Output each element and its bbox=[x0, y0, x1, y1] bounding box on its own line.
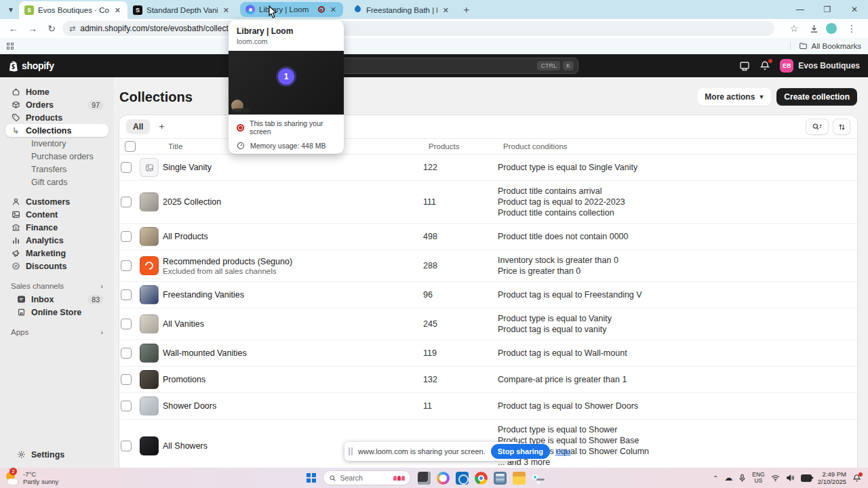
apps-grid-icon[interactable] bbox=[7, 43, 14, 49]
minimize-button[interactable]: — bbox=[787, 5, 814, 14]
chrome-app-icon[interactable] bbox=[475, 472, 488, 485]
sidebar-item-finance[interactable]: Finance bbox=[5, 221, 108, 234]
close-tab-icon[interactable]: ✕ bbox=[113, 6, 122, 15]
collection-title-cell[interactable]: Shower Doors bbox=[163, 401, 423, 411]
more-actions-button[interactable]: More actions ▼ bbox=[698, 88, 771, 106]
reload-icon[interactable]: ↻ bbox=[43, 23, 60, 34]
table-row[interactable]: Recommended products (Seguno) Excluded f… bbox=[119, 250, 857, 282]
tray-expand-icon[interactable]: ⌃ bbox=[713, 474, 718, 482]
table-row[interactable]: All Products 498 Product title does not … bbox=[119, 224, 857, 250]
desktops-app-icon[interactable] bbox=[418, 472, 431, 485]
collection-title-cell[interactable]: Promotions bbox=[163, 375, 423, 384]
row-checkbox[interactable] bbox=[121, 441, 132, 451]
wifi-icon[interactable] bbox=[771, 474, 780, 482]
collection-title-cell[interactable]: Wall-mounted Vanities bbox=[163, 348, 423, 358]
sidebar-item-marketing[interactable]: Marketing bbox=[5, 247, 108, 260]
sidebar-item-products[interactable]: Products bbox=[5, 111, 108, 124]
sidebar-item-collections[interactable]: ↳Collections bbox=[5, 124, 108, 137]
tab-freestanding-bath[interactable]: Freestanding Bath | bathroom, ✕ bbox=[347, 2, 456, 18]
notifications-bell-icon[interactable] bbox=[760, 60, 770, 71]
sidebar-item-purchase-orders[interactable]: Purchase orders bbox=[5, 150, 108, 163]
profile-avatar[interactable] bbox=[826, 23, 837, 34]
screen-record-indicator-icon[interactable] bbox=[801, 474, 812, 482]
browser-menu-icon[interactable]: ⋮ bbox=[844, 23, 860, 34]
sidebar-item-home[interactable]: Home bbox=[5, 85, 108, 98]
copilot-app-icon[interactable] bbox=[437, 472, 450, 485]
sidebar-item-customers[interactable]: Customers bbox=[5, 195, 108, 208]
shopify-logo[interactable]: shopify bbox=[8, 60, 54, 72]
store-preview-icon[interactable] bbox=[739, 60, 750, 71]
table-row[interactable]: 2025 Collection 111 Product title contai… bbox=[119, 181, 857, 224]
table-row[interactable]: Single Vanity 122 Product type is equal … bbox=[119, 155, 857, 181]
row-checkbox[interactable] bbox=[121, 401, 132, 411]
sidebar-item-analytics[interactable]: Analytics bbox=[5, 234, 108, 247]
collection-title-cell[interactable]: Recommended products (Seguno) Excluded f… bbox=[163, 257, 423, 275]
collection-title-cell[interactable]: All Products bbox=[163, 232, 423, 241]
tab-standard-depth-vanities[interactable]: Standard Depth Vanities - Stone ✕ bbox=[127, 2, 236, 18]
drag-handle[interactable] bbox=[349, 447, 353, 455]
table-row[interactable]: Freestanding Vanities 96 Product tag is … bbox=[119, 282, 857, 308]
close-tab-icon[interactable]: ✕ bbox=[222, 6, 231, 15]
apps-header[interactable]: Apps › bbox=[11, 328, 103, 336]
onedrive-cloud-icon[interactable]: ☁ bbox=[724, 473, 732, 483]
speaker-icon[interactable] bbox=[786, 474, 795, 482]
row-checkbox[interactable] bbox=[121, 374, 132, 385]
tab-all[interactable]: All bbox=[126, 119, 150, 134]
chrome-loom-active-app[interactable] bbox=[532, 476, 536, 479]
sidebar-item-online-store[interactable]: Online Store bbox=[5, 306, 108, 319]
row-checkbox[interactable] bbox=[121, 289, 132, 300]
row-checkbox[interactable] bbox=[121, 348, 132, 359]
outlook-app-icon[interactable] bbox=[456, 472, 469, 485]
table-row[interactable]: Wall-mounted Vanities 119 Product tag is… bbox=[119, 340, 857, 367]
row-checkbox[interactable] bbox=[121, 197, 132, 207]
taskbar-search[interactable]: Search bbox=[323, 470, 411, 485]
sidebar-item-gift-cards[interactable]: Gift cards bbox=[5, 176, 108, 188]
sidebar-item-discounts[interactable]: Discounts bbox=[5, 260, 108, 272]
all-bookmarks[interactable]: All Bookmarks bbox=[790, 41, 862, 50]
collection-title-cell[interactable]: Freestanding Vanities bbox=[163, 290, 423, 300]
hide-link[interactable]: Hide bbox=[555, 447, 571, 455]
close-tab-icon[interactable]: ✕ bbox=[441, 6, 450, 15]
sidebar-item-inbox[interactable]: Inbox83 bbox=[5, 293, 108, 306]
close-tab-icon[interactable]: ✕ bbox=[329, 5, 338, 14]
file-explorer-app-icon[interactable] bbox=[513, 472, 526, 485]
download-icon[interactable] bbox=[809, 24, 819, 34]
forward-icon[interactable]: → bbox=[24, 23, 41, 34]
stop-sharing-button[interactable]: Stop sharing bbox=[491, 444, 550, 459]
sort-button[interactable] bbox=[833, 119, 850, 135]
tray-notifications-bell-icon[interactable] bbox=[852, 474, 861, 483]
sidebar-item-settings[interactable]: Settings bbox=[11, 448, 103, 461]
table-row[interactable]: Promotions 132 Compare-at price is great… bbox=[119, 367, 857, 393]
tab-library-loom[interactable]: Library | Loom ✕ bbox=[240, 2, 343, 17]
new-tab-button[interactable]: ＋ bbox=[461, 3, 471, 16]
collection-title-cell[interactable]: All Vanities bbox=[163, 319, 423, 329]
sidebar-item-inventory[interactable]: Inventory bbox=[5, 137, 108, 150]
row-checkbox[interactable] bbox=[121, 231, 132, 242]
search-filter-button[interactable] bbox=[806, 119, 829, 135]
clock[interactable]: 2:49 PM 2/10/2025 bbox=[818, 470, 846, 485]
row-checkbox[interactable] bbox=[121, 260, 132, 271]
sidebar-item-content[interactable]: Content bbox=[5, 208, 108, 221]
collection-title-cell[interactable]: 2025 Collection bbox=[163, 197, 423, 207]
add-view-button[interactable]: ＋ bbox=[154, 121, 169, 133]
row-checkbox[interactable] bbox=[121, 162, 132, 173]
table-row[interactable]: All Vanities 245 Product type is equal t… bbox=[119, 308, 857, 340]
close-window-button[interactable]: ✕ bbox=[841, 5, 868, 14]
sales-channels-header[interactable]: Sales channels › bbox=[11, 282, 103, 290]
table-row[interactable]: Shower Doors 11 Product tag is equal to … bbox=[119, 393, 857, 420]
collection-title-cell[interactable]: Single Vanity bbox=[163, 163, 423, 172]
site-settings-icon[interactable]: ⇄ bbox=[69, 24, 75, 33]
sidebar-item-transfers[interactable]: Transfers bbox=[5, 163, 108, 176]
select-all-checkbox[interactable] bbox=[125, 141, 136, 152]
store-switcher[interactable]: EB Evos Boutiques bbox=[780, 59, 860, 73]
language-indicator[interactable]: ENGUS bbox=[752, 472, 764, 484]
microphone-icon[interactable] bbox=[738, 474, 746, 483]
tab-search-chevron-icon[interactable]: ▼ bbox=[3, 2, 19, 17]
weather-widget[interactable]: 2 -7°C Partly sunny bbox=[0, 470, 136, 485]
back-icon[interactable]: ← bbox=[5, 23, 22, 34]
create-collection-button[interactable]: Create collection bbox=[776, 88, 857, 106]
bookmark-star-icon[interactable]: ☆ bbox=[786, 23, 802, 34]
row-checkbox[interactable] bbox=[121, 319, 132, 329]
calculator-app-icon[interactable] bbox=[494, 472, 507, 485]
tab-evos-boutiques[interactable]: Evos Boutiques · Collections - S ✕ bbox=[19, 1, 127, 19]
